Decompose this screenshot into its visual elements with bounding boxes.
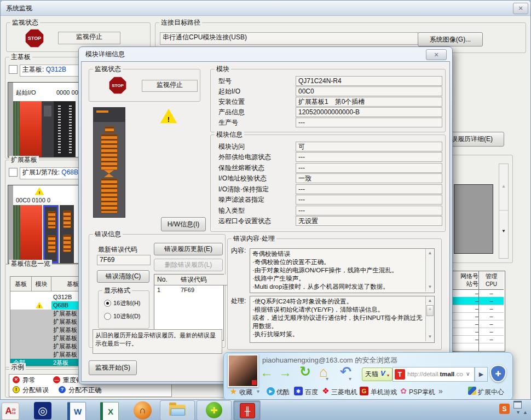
dialog-monitor-group: 监视状态 STOP 监视停止	[89, 69, 200, 102]
module-image-top	[94, 108, 125, 122]
home-chevron-icon[interactable]: ▾	[326, 376, 328, 382]
bookmark-favorites[interactable]: 收藏	[239, 388, 252, 397]
back-icon[interactable]: ←	[260, 365, 273, 380]
scroll-thumb[interactable]: ≡	[426, 305, 434, 316]
table-cell[interactable]: –	[479, 320, 504, 328]
update-history-button[interactable]: 错误履历更新(E)	[154, 243, 223, 255]
error-row-code[interactable]: 7F69	[181, 286, 219, 294]
music-player-icon[interactable]: ∩	[134, 401, 152, 419]
url-text: http://detail.tmall.co	[407, 370, 463, 378]
main-close-button[interactable]: ✕	[513, 3, 528, 14]
system-image-button[interactable]: 系统图像(G)...	[418, 32, 483, 46]
base-list-label: 基板信息一览	[9, 260, 52, 268]
excel-icon[interactable]: X	[100, 402, 119, 420]
field-label: 型号	[218, 77, 232, 85]
warning-icon: !	[34, 187, 44, 195]
go-button[interactable]: ▶	[475, 367, 488, 382]
scroll-down-icon[interactable]: ▼	[499, 229, 508, 234]
ext-base-rack-image[interactable]: ! 00C0 0100 0	[8, 185, 80, 264]
error-content-box[interactable]: 奇偶校验错误 ·奇偶校验位的设置不正确。 ·由于对象站的电源ON/OFF操作，线…	[250, 248, 435, 293]
dialog-close-button[interactable]: ✕	[426, 49, 447, 60]
address-bar[interactable]: T http://detail.tmall.co ∨	[393, 367, 475, 382]
bookmark-game[interactable]: 单机游戏	[371, 388, 397, 397]
gx-works-taskbar-button[interactable]: ╫	[233, 400, 261, 420]
base-list-table[interactable]: 基板 模块 基板 Q312B ! Q68B 扩展基板 扩展基板 扩展基板 扩展基…	[10, 276, 80, 366]
scroll-down-icon[interactable]: ▼	[426, 284, 434, 290]
scroll-down-icon[interactable]: ▼	[426, 334, 434, 340]
stop-icon: STOP	[109, 77, 126, 94]
hw-info-button[interactable]: H/W信息(I)	[161, 217, 206, 231]
refresh-icon[interactable]: ↻	[299, 364, 311, 380]
table-row[interactable]: 扩展基板	[10, 351, 80, 359]
table-row[interactable]: 扩展基板	[10, 326, 80, 334]
antivirus-icon: ✚	[206, 402, 222, 418]
module-image	[93, 107, 125, 218]
table-row[interactable]: 扩展基板	[10, 342, 80, 351]
favorites-star-icon[interactable]: ★	[229, 387, 238, 395]
tray-window-icon[interactable]	[513, 401, 522, 409]
bookmark-youku[interactable]: 优酷	[276, 388, 290, 397]
right-scrollbar[interactable]: ▲ ▼	[499, 164, 509, 259]
table-row[interactable]: 扩展基板	[10, 310, 80, 318]
content-scrollbar[interactable]: ▲ ▼	[425, 249, 434, 291]
dec-radio[interactable]	[104, 313, 111, 320]
shield-icon[interactable]: ✚	[490, 365, 506, 382]
undo-chevron-icon[interactable]: ▾	[349, 376, 351, 382]
selected-module[interactable]	[43, 205, 59, 263]
antivirus-taskbar-button[interactable]: ✚	[197, 400, 232, 420]
more-bookmarks-icon[interactable]: »	[438, 387, 443, 395]
tray-chevron-icon[interactable]: ▾	[517, 409, 520, 416]
error-row-no[interactable]: 1	[157, 286, 174, 294]
bookmark-baidu[interactable]: 百度	[305, 388, 318, 397]
table-cell[interactable]: –	[479, 305, 504, 313]
word-icon[interactable]: W	[67, 402, 86, 420]
url-chevron-icon[interactable]: ∨	[466, 370, 470, 378]
table-row[interactable]: Q312B	[53, 293, 80, 301]
clear-error-button[interactable]: 错误清除(C)	[97, 270, 149, 283]
hex-radio-label: 16进制(H)	[113, 299, 141, 307]
table-cell[interactable]: –	[479, 312, 504, 320]
favorites-chevron-icon[interactable]: ▾	[257, 388, 259, 394]
bookmark-psp[interactable]: PSP掌机	[409, 388, 435, 397]
scroll-up-icon[interactable]: ▲	[426, 250, 434, 256]
table-cell-selected[interactable]: –	[479, 297, 504, 305]
cad-compass-icon[interactable]: ◎	[34, 402, 51, 419]
field-label: I/O清除·保持指定	[218, 185, 269, 193]
delete-history-button[interactable]: 删除错误履历(L)	[154, 259, 223, 271]
table-row[interactable]: 扩展基板	[10, 318, 80, 326]
bookmark-extension-center[interactable]: 扩展中心	[478, 388, 504, 397]
start-monitor-button[interactable]: 监视开始(S)	[89, 360, 137, 375]
psp-icon: ✿	[399, 387, 408, 395]
hex-radio[interactable]	[104, 300, 111, 307]
table-row-selected[interactable]: Q68B	[51, 301, 80, 310]
explorer-taskbar-button[interactable]	[160, 400, 195, 420]
table-cell[interactable]: –	[479, 328, 504, 336]
bookmark-mitsubishi[interactable]: 三菱电机	[331, 388, 357, 397]
scroll-up-icon[interactable]: ▲	[499, 184, 508, 189]
main-base-rack-image[interactable]: 起始I/O 0000 00	[8, 82, 80, 158]
ext-base-name: 扩展1/第7段: Q68B	[20, 167, 85, 179]
tray-s-icon[interactable]: S	[499, 404, 510, 414]
action-scrollbar[interactable]: ▲ ≡ ▼	[425, 296, 434, 341]
module-info-group: 模块信息 模块访问 可 外部供给电源状态 --- 保险丝熔断状态 --- I/O…	[210, 135, 446, 232]
scroll-up-icon[interactable]: ▲	[426, 298, 434, 304]
table-cell[interactable]: –	[479, 289, 504, 298]
table-row[interactable]: 扩展基板	[10, 334, 80, 342]
assign-error-icon: !	[13, 386, 20, 393]
content-label: 内容:	[231, 247, 246, 254]
io-module	[54, 101, 65, 157]
field-label: 生产号	[218, 119, 238, 126]
connection-path-field[interactable]: 串行通信CPU模块连接(USB)	[160, 32, 418, 45]
ext-base-checkbox[interactable]	[9, 168, 18, 177]
main-titlebar[interactable]: 系统监视 ✕	[1, 1, 530, 16]
tray-expand-icon[interactable]: ▲	[523, 409, 528, 416]
autocad-icon[interactable]: A 2010	[2, 402, 19, 420]
table-cell[interactable]: –	[479, 335, 504, 343]
connector-joint	[104, 170, 114, 177]
serial-no-field: ---	[296, 118, 442, 127]
tmall-search-button[interactable]: 天猫 V ▾	[362, 368, 393, 381]
power-module	[20, 101, 42, 157]
main-base-checkbox[interactable]	[9, 65, 18, 74]
error-action-box[interactable]: ·使Q系列C24符合对象设备的设置。 ·根据错误初始化请求(YE/YF)，清除错…	[250, 296, 435, 343]
forward-icon[interactable]: →	[279, 365, 292, 380]
